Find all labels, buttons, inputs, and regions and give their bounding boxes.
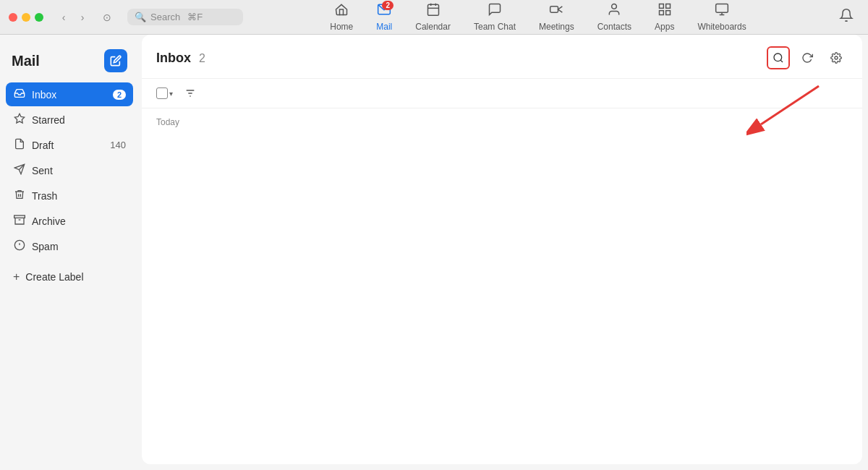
sidebar-item-spam[interactable]: Spam [6, 234, 133, 258]
svg-point-22 [774, 54, 782, 61]
svg-rect-9 [659, 11, 663, 15]
svg-rect-1 [427, 4, 438, 15]
sidebar-item-sent[interactable]: Sent [6, 158, 133, 182]
sidebar-title: Mail [12, 53, 40, 69]
svg-line-23 [780, 60, 783, 62]
nav-label-contacts: Contacts [597, 22, 631, 32]
compose-button[interactable] [104, 49, 127, 72]
inbox-label: Inbox [32, 89, 107, 101]
draft-icon [13, 138, 26, 152]
inbox-badge: 2 [113, 90, 126, 100]
trash-label: Trash [32, 190, 126, 202]
trash-icon [13, 189, 26, 202]
header-actions [767, 46, 848, 69]
spam-icon [13, 239, 26, 253]
section-today-label: Today [142, 108, 862, 130]
search-shortcut: ⌘F [187, 12, 203, 22]
sidebar-header: Mail [6, 43, 133, 81]
nav-item-mail[interactable]: 2 Mail [365, 0, 404, 35]
settings-button[interactable] [825, 46, 848, 69]
sidebar-item-trash[interactable]: Trash [6, 184, 133, 208]
mail-badge: 2 [382, 1, 393, 10]
title-bar: ‹ › ⊙ 🔍 Search ⌘F Home [0, 0, 868, 35]
email-list: Today [142, 108, 862, 464]
nav-item-whiteboards[interactable]: Whiteboards [686, 0, 757, 35]
svg-rect-7 [659, 4, 663, 9]
top-nav: Home 2 Mail Calendar [249, 0, 827, 35]
svg-rect-10 [665, 11, 670, 15]
main-content: Mail Inbox 2 [0, 35, 868, 470]
email-panel-header: Inbox 2 [142, 35, 862, 79]
nav-label-mail: Mail [376, 22, 392, 32]
teamchat-icon [488, 2, 502, 20]
spam-label: Spam [32, 241, 126, 252]
panel-title: Inbox 2 [156, 51, 758, 66]
search-icon: 🔍 [135, 12, 146, 22]
home-icon [334, 2, 349, 20]
archive-icon [13, 214, 26, 228]
minimize-button[interactable] [22, 13, 30, 22]
traffic-lights [9, 13, 43, 22]
filter-button[interactable] [179, 85, 202, 102]
maximize-button[interactable] [35, 13, 43, 22]
search-label: Search [150, 12, 180, 22]
nav-label-home: Home [330, 22, 353, 32]
sidebar-item-inbox[interactable]: Inbox 2 [6, 82, 133, 106]
calendar-icon [426, 2, 441, 20]
forward-button[interactable]: › [74, 9, 91, 26]
checkbox-dropdown[interactable]: ▾ [169, 90, 173, 98]
nav-item-apps[interactable]: Apps [643, 0, 686, 35]
svg-rect-17 [14, 215, 25, 218]
nav-label-teamchat: Team Chat [474, 22, 516, 32]
sent-icon [13, 163, 26, 177]
sidebar-item-archive[interactable]: Archive [6, 209, 133, 233]
checkbox-area[interactable]: ▾ [156, 87, 173, 99]
archive-label: Archive [32, 215, 126, 227]
nav-label-whiteboards: Whiteboards [697, 22, 746, 32]
close-button[interactable] [9, 13, 17, 22]
contacts-icon [607, 2, 621, 20]
nav-item-contacts[interactable]: Contacts [586, 0, 643, 35]
nav-item-calendar[interactable]: Calendar [404, 0, 462, 35]
nav-item-teamchat[interactable]: Team Chat [462, 0, 527, 35]
draft-label: Draft [32, 140, 104, 151]
sidebar-item-draft[interactable]: Draft 140 [6, 133, 133, 157]
apps-icon [658, 2, 672, 20]
sidebar-item-starred[interactable]: Starred [6, 108, 133, 132]
whiteboards-icon [715, 2, 729, 20]
history-button[interactable]: ⊙ [98, 9, 116, 26]
draft-count: 140 [110, 140, 126, 150]
create-label-text: Create Label [25, 271, 83, 283]
back-button[interactable]: ‹ [55, 9, 72, 26]
nav-item-meetings[interactable]: Meetings [527, 0, 586, 35]
svg-marker-14 [14, 114, 24, 123]
svg-rect-11 [716, 4, 728, 13]
svg-rect-8 [665, 4, 670, 9]
nav-label-calendar: Calendar [415, 22, 451, 32]
sidebar: Mail Inbox 2 [0, 35, 139, 470]
plus-icon: + [13, 270, 20, 283]
svg-rect-5 [550, 7, 558, 12]
email-toolbar: ▾ [142, 79, 862, 108]
search-bar[interactable]: 🔍 Search ⌘F [127, 9, 243, 25]
email-panel: Inbox 2 [142, 35, 862, 464]
nav-label-meetings: Meetings [539, 22, 574, 32]
svg-point-24 [835, 56, 838, 59]
starred-icon [13, 113, 26, 127]
panel-count: 2 [199, 52, 205, 64]
inbox-icon [13, 87, 26, 101]
nav-item-home[interactable]: Home [318, 0, 365, 35]
refresh-button[interactable] [796, 46, 819, 69]
create-label-button[interactable]: + Create Label [6, 265, 133, 289]
nav-arrows: ‹ › [55, 9, 91, 26]
notifications-bell[interactable] [833, 5, 859, 29]
meetings-icon [549, 2, 563, 20]
nav-label-apps: Apps [655, 22, 674, 32]
sent-label: Sent [32, 165, 126, 176]
search-button[interactable] [767, 46, 790, 69]
starred-label: Starred [32, 114, 126, 126]
svg-point-6 [612, 4, 617, 9]
select-all-checkbox[interactable] [156, 87, 168, 99]
